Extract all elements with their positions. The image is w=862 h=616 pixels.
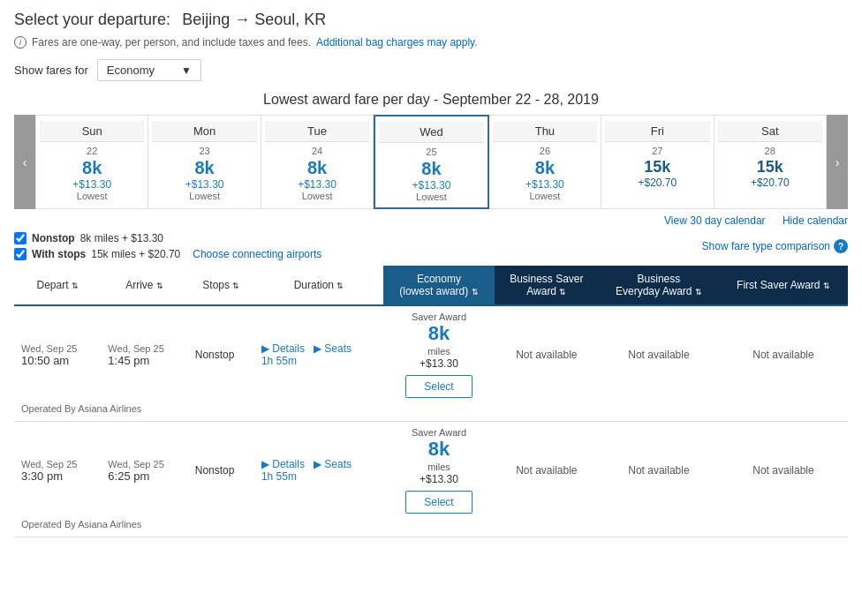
sort-economy-icon: ⇅ [472, 288, 479, 297]
sort-stops-icon: ⇅ [232, 282, 239, 290]
calendar-days: Sun 22 8k +$13.30 Lowest Mon 23 8k +$13.… [35, 115, 827, 209]
biz-saver-cell-1: Not available [495, 422, 599, 520]
col-first-saver: First Saver Award ⇅ [719, 266, 848, 305]
nonstop-label: Nonstop [32, 232, 75, 244]
nonstop-filter: Nonstop 8k miles + $13.30 [14, 232, 321, 244]
day-price-0: +$13.30 [40, 178, 144, 191]
day-lowest-4: Lowest [493, 191, 597, 201]
day-miles-2: 8k [265, 158, 369, 178]
day-lowest-0: Lowest [40, 191, 144, 201]
with-stops-label: With stops [32, 248, 86, 260]
calendar-day-28[interactable]: Sat 28 15k +$20.70 [715, 115, 827, 209]
sort-depart-icon: ⇅ [72, 282, 79, 290]
fare-dropdown[interactable]: Economy ▼ [97, 59, 201, 81]
next-arrow[interactable]: › [827, 115, 848, 209]
view-30-day-link[interactable]: View 30 day calendar [664, 214, 766, 227]
day-lowest-2: Lowest [265, 191, 369, 201]
with-stops-filter: With stops 15k miles + $20.70 Choose con… [14, 248, 321, 260]
biz-saver-cell-0: Not available [495, 305, 599, 403]
info-bar: i Fares are one-way, per person, and inc… [14, 36, 848, 49]
day-miles-1: 8k [152, 158, 256, 178]
col-depart[interactable]: Depart ⇅ [14, 266, 101, 305]
day-miles-5: 15k [605, 158, 709, 177]
hide-calendar-link[interactable]: Hide calendar [783, 214, 848, 227]
sort-duration-icon: ⇅ [336, 282, 344, 290]
day-date-0: 22 [40, 142, 144, 158]
select-button-1[interactable]: Select [405, 491, 472, 514]
operated-row-1: Operated By Asiana Airlines [14, 519, 848, 537]
biz-everyday-cell-0: Not available [599, 305, 719, 403]
day-price-6: +$20.70 [718, 177, 822, 189]
checkboxes: Nonstop 8k miles + $13.30 With stops 15k… [14, 232, 321, 260]
sort-arrive-icon: ⇅ [156, 282, 163, 290]
page-title: Select your departure: Beijing → Seoul, … [14, 11, 848, 29]
sort-biz-saver-icon: ⇅ [559, 288, 566, 297]
day-miles-6: 15k [718, 158, 822, 177]
day-price-3: +$13.30 [379, 179, 483, 192]
details-link-0[interactable]: Details [272, 342, 305, 355]
col-duration[interactable]: Duration ⇅ [254, 266, 383, 305]
table-row: Wed, Sep 25 3:30 pm Wed, Sep 25 6:25 pm … [14, 422, 848, 520]
table-row: Wed, Sep 25 10:50 am Wed, Sep 25 1:45 pm… [14, 305, 848, 403]
day-price-4: +$13.30 [493, 178, 597, 191]
calendar-nav: ‹ Sun 22 8k +$13.30 Lowest Mon 23 8k +$1… [14, 115, 848, 209]
with-stops-value: 15k miles + $20.70 [91, 248, 180, 260]
choose-airports-link[interactable]: Choose connecting airports [193, 248, 321, 260]
day-miles-3: 8k [379, 159, 483, 179]
fare-selector: Show fares for Economy ▼ [14, 59, 848, 81]
stops-cell-0: Nonstop [188, 305, 254, 403]
col-arrive[interactable]: Arrive ⇅ [101, 266, 187, 305]
day-date-2: 24 [265, 142, 369, 158]
info-icon: i [14, 36, 26, 49]
col-business-saver: Business SaverAward ⇅ [495, 266, 599, 305]
biz-everyday-cell-1: Not available [599, 422, 719, 520]
arrive-cell-1: Wed, Sep 25 6:25 pm [101, 422, 187, 520]
day-date-3: 25 [379, 143, 483, 159]
calendar-section: Lowest award fare per day - September 22… [14, 92, 848, 108]
first-saver-cell-1: Not available [719, 422, 848, 520]
operated-row-0: Operated By Asiana Airlines [14, 403, 848, 422]
calendar-day-25[interactable]: Wed 25 8k +$13.30 Lowest [374, 115, 488, 209]
calendar-day-24[interactable]: Tue 24 8k +$13.30 Lowest [261, 115, 374, 209]
results-table: Depart ⇅ Arrive ⇅ Stops ⇅ Duration ⇅ Eco… [14, 266, 848, 537]
select-button-0[interactable]: Select [405, 375, 472, 398]
day-price-2: +$13.30 [265, 178, 369, 191]
day-name-2: Tue [265, 121, 369, 142]
duration-cell-0: ▶ Details ▶ Seats 1h 55m [254, 305, 383, 403]
seats-link-0[interactable]: Seats [324, 342, 352, 355]
stops-cell-1: Nonstop [188, 422, 254, 520]
sort-biz-everyday-icon: ⇅ [695, 288, 702, 297]
nonstop-checkbox[interactable] [14, 232, 26, 244]
with-stops-checkbox[interactable] [14, 248, 26, 260]
day-name-0: Sun [40, 121, 144, 142]
bag-charges-link[interactable]: Additional bag charges may apply. [316, 36, 478, 49]
day-price-5: +$20.70 [605, 177, 709, 189]
col-economy: Economy(lowest award) ⇅ [383, 266, 495, 305]
help-icon: ? [834, 239, 848, 253]
day-date-4: 26 [493, 142, 597, 158]
day-date-1: 23 [152, 142, 256, 158]
day-name-3: Wed [379, 122, 483, 143]
day-date-6: 28 [718, 142, 822, 158]
calendar-day-26[interactable]: Thu 26 8k +$13.30 Lowest [489, 115, 601, 209]
col-business-everyday: BusinessEveryday Award ⇅ [599, 266, 719, 305]
day-price-1: +$13.30 [152, 178, 256, 191]
day-name-4: Thu [493, 121, 597, 142]
depart-cell-0: Wed, Sep 25 10:50 am [14, 305, 101, 403]
fare-comparison-link[interactable]: Show fare type comparison ? [702, 239, 848, 253]
calendar-day-23[interactable]: Mon 23 8k +$13.30 Lowest [148, 115, 261, 209]
economy-cell-0: Saver Award 8kmiles +$13.30 Select [383, 305, 495, 403]
nonstop-value: 8k miles + $13.30 [80, 232, 163, 244]
calendar-day-27[interactable]: Fri 27 15k +$20.70 [601, 115, 714, 209]
filter-row: Nonstop 8k miles + $13.30 With stops 15k… [14, 232, 848, 260]
details-link-1[interactable]: Details [272, 458, 305, 470]
day-name-5: Fri [605, 121, 709, 142]
prev-arrow[interactable]: ‹ [14, 115, 35, 209]
col-stops[interactable]: Stops ⇅ [188, 266, 254, 305]
first-saver-cell-0: Not available [719, 305, 848, 403]
calendar-day-22[interactable]: Sun 22 8k +$13.30 Lowest [35, 115, 148, 209]
day-name-1: Mon [152, 121, 256, 142]
sort-first-icon: ⇅ [823, 282, 830, 290]
calendar-title: Lowest award fare per day - September 22… [14, 92, 848, 108]
seats-link-1[interactable]: Seats [324, 458, 352, 470]
